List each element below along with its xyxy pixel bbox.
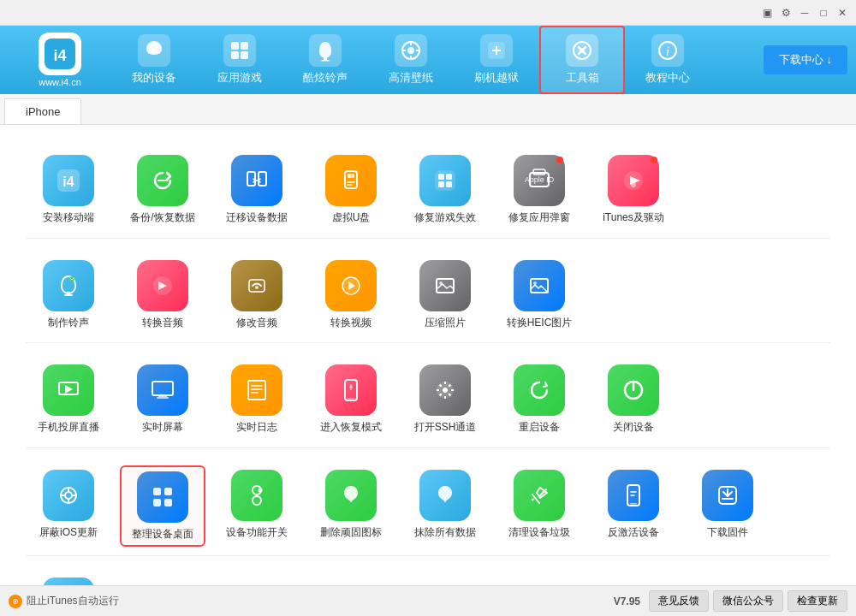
tool-virtual-udisk[interactable]: 虚拟U盘 [308, 151, 394, 229]
svg-rect-6 [241, 51, 248, 59]
fix-popup-label: 修复应用弹窗 [508, 211, 570, 225]
tool-install-app[interactable]: i4 安装移动端 [26, 151, 111, 229]
tool-shutdown-device[interactable]: 关闭设备 [591, 360, 676, 439]
nav-app-games[interactable]: 应用游戏 [197, 26, 282, 94]
tabbar: iPhone [0, 94, 856, 125]
svg-rect-4 [241, 42, 248, 50]
tool-make-ringtone[interactable]: 制作铃声 [26, 256, 111, 335]
tool-open-ssh[interactable]: 打开SSH通道 [402, 360, 488, 439]
recovery-mode-label: 进入恢复模式 [320, 421, 382, 435]
fix-popup-icon: Apple ID [514, 155, 565, 206]
edit-audio-label: 修改音频 [236, 317, 277, 330]
tool-restart-device[interactable]: 重启设备 [496, 360, 582, 439]
block-ios-update-label: 屏蔽iOS更新 [39, 526, 98, 540]
convert-heic-label: 转换HEIC图片 [507, 317, 573, 330]
tool-migrate-data[interactable]: 迁移设备数据 [214, 151, 300, 229]
maximize-button[interactable]: □ [814, 3, 833, 22]
svg-text:Apple ID: Apple ID [525, 175, 554, 184]
delete-stubborn-icon [325, 470, 377, 521]
svg-rect-77 [153, 499, 161, 506]
wipe-data-icon [419, 470, 471, 521]
tool-fix-game[interactable]: 修复游戏失效 [402, 151, 488, 229]
settings-icon[interactable]: ⚙ [776, 3, 795, 22]
nav-my-device-label: 我的设备 [132, 70, 176, 86]
tool-wipe-data[interactable]: 抹除所有数据 [402, 465, 488, 548]
check-update-button[interactable]: 检查更新 [788, 590, 847, 612]
header: i4 www.i4.cn 我的设备 [0, 26, 856, 94]
svg-rect-56 [348, 398, 354, 400]
tool-edit-audio[interactable]: 修改音频 [214, 256, 300, 335]
nav-jailbreak[interactable]: 刷机越狱 [454, 26, 539, 94]
tool-deactivate[interactable]: 反激活设备 [591, 465, 676, 548]
app-games-icon [223, 34, 256, 67]
recovery-mode-icon [325, 364, 377, 416]
svg-rect-78 [164, 499, 172, 506]
block-ios-update-icon [43, 470, 94, 521]
nav-my-device[interactable]: 我的设备 [111, 26, 197, 94]
tools-row-5: 访问限制 [26, 565, 830, 585]
convert-video-icon [325, 260, 377, 311]
tools-row-1: i4 安装移动端 备份/恢复数据 [26, 142, 830, 239]
tool-delete-stubborn[interactable]: 删除顽固图标 [308, 465, 394, 548]
nav-wallpaper[interactable]: 高清壁纸 [368, 26, 454, 94]
download-button[interactable]: 下载中心 ↓ [764, 45, 847, 74]
tool-backup-restore[interactable]: 备份/恢复数据 [120, 151, 205, 229]
deactivate-icon [608, 470, 659, 521]
make-ringtone-label: 制作铃声 [48, 317, 89, 330]
svg-rect-50 [157, 397, 169, 399]
download-firmware-icon [702, 470, 753, 521]
tool-access-limit[interactable]: 访问限制 [26, 573, 111, 585]
svg-rect-5 [231, 51, 239, 59]
tool-fix-popup[interactable]: Apple ID 修复应用弹窗 [496, 151, 582, 229]
tool-recovery-mode[interactable]: 进入恢复模式 [308, 360, 394, 439]
tool-block-ios-update[interactable]: 屏蔽iOS更新 [26, 465, 111, 548]
tool-download-firmware[interactable]: 下载固件 [685, 465, 770, 548]
nav-tutorial[interactable]: i 教程中心 [625, 26, 710, 94]
tool-compress-photo[interactable]: 压缩照片 [402, 256, 488, 335]
tools-row-4: 屏蔽iOS更新 整理设备桌面 [26, 457, 830, 557]
jailbreak-icon [480, 34, 513, 67]
monitor-icon[interactable]: ▣ [758, 3, 776, 22]
svg-point-70 [65, 492, 72, 499]
tool-screen-cast[interactable]: 手机投屏直播 [26, 360, 111, 439]
make-ringtone-icon [43, 260, 94, 311]
convert-audio-label: 转换音频 [142, 317, 183, 330]
fix-game-icon [419, 155, 471, 206]
edit-audio-icon [231, 260, 282, 311]
shutdown-device-icon [608, 364, 659, 416]
tool-real-log[interactable]: 实时日志 [214, 360, 300, 439]
tool-organize-desktop[interactable]: 整理设备桌面 [120, 465, 205, 548]
compress-photo-icon [419, 260, 471, 311]
backup-restore-icon [137, 155, 188, 206]
nav-ringtones[interactable]: 酷炫铃声 [282, 26, 368, 94]
tool-convert-audio[interactable]: 转换音频 [120, 256, 205, 335]
svg-rect-49 [158, 395, 167, 397]
svg-rect-76 [164, 488, 172, 495]
tool-device-switch[interactable]: 设备功能开关 [214, 465, 300, 548]
convert-audio-icon [137, 260, 188, 311]
tool-convert-video[interactable]: 转换视频 [308, 256, 394, 335]
svg-text:i4: i4 [62, 175, 74, 189]
logo: i4 www.i4.cn [9, 33, 111, 87]
iphone-tab[interactable]: iPhone [4, 98, 81, 124]
organize-desktop-label: 整理设备桌面 [132, 528, 193, 542]
titlebar: ▣ ⚙ ─ □ ✕ [0, 0, 856, 26]
shutdown-device-label: 关闭设备 [613, 421, 654, 435]
close-button[interactable]: ✕ [833, 3, 852, 22]
tools-grid: i4 安装移动端 备份/恢复数据 [26, 142, 830, 585]
real-log-icon [231, 364, 282, 416]
svg-text:i: i [666, 45, 669, 58]
tool-convert-heic[interactable]: 转换HEIC图片 [496, 256, 582, 335]
nav-toolbox[interactable]: 工具箱 [539, 26, 625, 94]
feedback-button[interactable]: 意见反馈 [649, 590, 709, 612]
minimize-button[interactable]: ─ [795, 3, 814, 22]
version-label: V7.95 [614, 595, 640, 607]
feedback-label: 意见反馈 [658, 595, 699, 607]
tool-itunes-driver[interactable]: iTunes及驱动 [591, 151, 676, 229]
nav-jailbreak-label: 刷机越狱 [474, 70, 519, 86]
wechat-button[interactable]: 微信公众号 [713, 590, 783, 612]
tool-clean-junk[interactable]: 清理设备垃圾 [496, 465, 582, 548]
tool-real-screen[interactable]: 实时屏幕 [120, 360, 205, 439]
tools-row-3: 手机投屏直播 实时屏幕 [26, 352, 830, 448]
compress-photo-label: 压缩照片 [425, 317, 466, 330]
